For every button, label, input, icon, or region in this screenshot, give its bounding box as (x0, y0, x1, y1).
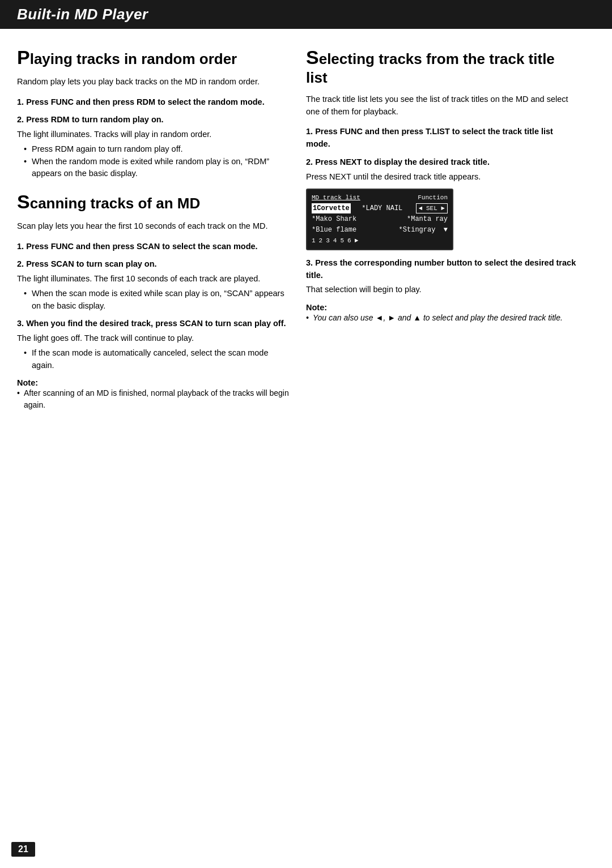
scanning-step-2: 2. Press SCAN to turn scan play on. The … (17, 258, 289, 312)
playing-step2-number: 2. (17, 115, 26, 124)
scanning-note: Note: After scanning of an MD is finishe… (17, 378, 289, 411)
display-num-row: 1 2 3 4 5 6 ► (312, 236, 448, 246)
playing-step1-bold: Press FUNC and then press RDM to select … (26, 97, 265, 106)
scanning-step1-bold: Press FUNC and then press SCAN to select… (26, 242, 258, 251)
scanning-step3-bullets: If the scan mode is automatically cancel… (17, 347, 289, 372)
scanning-step2-body: The light illuminates. The first 10 seco… (17, 273, 289, 285)
scanning-step3-bold: When you find the desired track, press S… (26, 319, 286, 328)
selecting-step-3: 3. Press the corresponding number button… (306, 257, 578, 296)
scanning-step1-header: 1. Press FUNC and then press SCAN to sel… (17, 241, 289, 253)
display-sel-box: ◄ SEL ► (416, 203, 448, 214)
selecting-note-text: You can also use ◄, ► and ▲ to select an… (313, 313, 563, 322)
section-scanning: Scanning tracks of an MD Scan play lets … (17, 190, 289, 411)
scanning-bullet-3-1: If the scan mode is automatically cancel… (24, 347, 289, 372)
playing-step2-body: The light illuminates. Tracks will play … (17, 129, 289, 141)
display-arrow: ► (355, 236, 359, 246)
playing-bullet-2: When the random mode is exited while ran… (24, 156, 289, 181)
section-selecting-heading: Selecting tracks from the track title li… (306, 46, 578, 87)
display-row3-manta: *Manta ray (407, 214, 448, 224)
selecting-step-1: 1. Press FUNC and then press T.LIST to s… (306, 126, 578, 151)
scanning-step1-number: 1. (17, 242, 26, 251)
scanning-step2-header: 2. Press SCAN to turn scan play on. (17, 258, 289, 271)
selecting-intro: The track title list lets you see the li… (306, 93, 578, 118)
display-row-1: MD track list Function (312, 193, 448, 203)
selecting-step2-body: Press NEXT until the desired track title… (306, 171, 578, 183)
scanning-step2-number: 2. (17, 259, 26, 268)
selecting-note: Note: You can also use ◄, ► and ▲ to sel… (306, 303, 578, 324)
selecting-step3-bold: Press the corresponding number button to… (306, 258, 576, 280)
page-number: 21 (11, 842, 35, 857)
left-column: Playing tracks in random order Random pl… (17, 46, 289, 411)
drop-cap-p: P (17, 46, 30, 68)
selecting-note-label: Note: (306, 303, 578, 312)
display-num-3: 3 (326, 236, 330, 246)
playing-step1-number: 1. (17, 97, 26, 106)
display-num-5: 5 (340, 236, 344, 246)
playing-step-2: 2. Press RDM to turn random play on. The… (17, 114, 289, 180)
heading-rest-scanning: canning tracks of an MD (30, 195, 201, 212)
section-playing-heading: Playing tracks in random order (17, 46, 289, 69)
display-row-3: *Mako Shark *Manta ray (312, 214, 448, 224)
display-num-2: 2 (319, 236, 323, 246)
display-row2-corvette: 1Corvette (312, 203, 351, 214)
display-row-2: 1Corvette *LADY NAIL ◄ SEL ► (312, 203, 448, 214)
scanning-step3-number: 3. (17, 319, 26, 328)
display-row-4: *Blue flame *Stingray ▼ (312, 225, 448, 235)
playing-step1-header: 1. Press FUNC and then press RDM to sele… (17, 96, 289, 109)
scanning-step3-body: The light goes off. The track will conti… (17, 332, 289, 345)
drop-cap-s-scan: S (17, 191, 30, 212)
selecting-note-body: You can also use ◄, ► and ▲ to select an… (306, 312, 578, 324)
playing-step2-bullets: Press RDM again to turn random play off.… (17, 143, 289, 180)
md-display: MD track list Function 1Corvette *LADY N… (306, 189, 453, 250)
selecting-step3-header: 3. Press the corresponding number button… (306, 257, 578, 282)
selecting-step3-number: 3. (306, 258, 315, 267)
scanning-step2-bold: Press SCAN to turn scan play on. (26, 259, 156, 268)
heading-rest-selecting: electing tracks from the track title lis… (306, 50, 555, 86)
display-row1-right: Function (418, 193, 448, 203)
main-content: Playing tracks in random order Random pl… (0, 29, 612, 428)
scanning-intro: Scan play lets you hear the first 10 sec… (17, 220, 289, 233)
playing-bullet-1: Press RDM again to turn random play off. (24, 143, 289, 156)
playing-step2-bold: Press RDM to turn random play on. (26, 115, 164, 124)
display-row3-mako: *Mako Shark (312, 214, 356, 224)
section-scanning-heading: Scanning tracks of an MD (17, 190, 289, 213)
display-row4-stingray: *Stingray ▼ (399, 225, 448, 235)
selecting-step3-body: That selection will begin to play. (306, 284, 578, 296)
selecting-step1-number: 1. (306, 127, 315, 136)
section-selecting: Selecting tracks from the track title li… (306, 46, 578, 324)
selecting-step2-bold: Press NEXT to display the desired track … (315, 157, 490, 166)
right-column: Selecting tracks from the track title li… (306, 46, 578, 411)
display-num-1: 1 (312, 236, 316, 246)
scanning-bullet-1: When the scan mode is exited while scan … (24, 288, 289, 313)
scanning-note-body: After scanning of an MD is finished, nor… (17, 387, 289, 411)
selecting-step1-bold: Press FUNC and then press T.LIST to sele… (306, 127, 553, 148)
selecting-step2-number: 2. (306, 157, 315, 166)
header-banner: Built-in MD Player (0, 0, 612, 29)
selecting-step-2: 2. Press NEXT to display the desired tra… (306, 156, 578, 250)
heading-rest-playing: laying tracks in random order (30, 50, 237, 67)
drop-cap-s-select: S (306, 46, 319, 68)
scanning-note-label: Note: (17, 378, 289, 387)
selecting-step2-header: 2. Press NEXT to display the desired tra… (306, 156, 578, 169)
display-row1-left: MD track list (312, 193, 360, 203)
playing-step2-header: 2. Press RDM to turn random play on. (17, 114, 289, 126)
playing-step-1: 1. Press FUNC and then press RDM to sele… (17, 96, 289, 109)
display-row2-lady: *LADY NAIL (362, 203, 402, 214)
display-num-4: 4 (333, 236, 337, 246)
selecting-step1-header: 1. Press FUNC and then press T.LIST to s… (306, 126, 578, 151)
scanning-step2-bullets: When the scan mode is exited while scan … (17, 288, 289, 313)
display-row4-blue: *Blue flame (312, 225, 356, 235)
playing-intro: Random play lets you play back tracks on… (17, 76, 289, 88)
header-title: Built-in MD Player (17, 6, 148, 23)
scanning-step3-header: 3. When you find the desired track, pres… (17, 318, 289, 330)
scanning-step-1: 1. Press FUNC and then press SCAN to sel… (17, 241, 289, 253)
scanning-step-3: 3. When you find the desired track, pres… (17, 318, 289, 371)
display-num-6: 6 (347, 236, 351, 246)
section-playing-random: Playing tracks in random order Random pl… (17, 46, 289, 180)
